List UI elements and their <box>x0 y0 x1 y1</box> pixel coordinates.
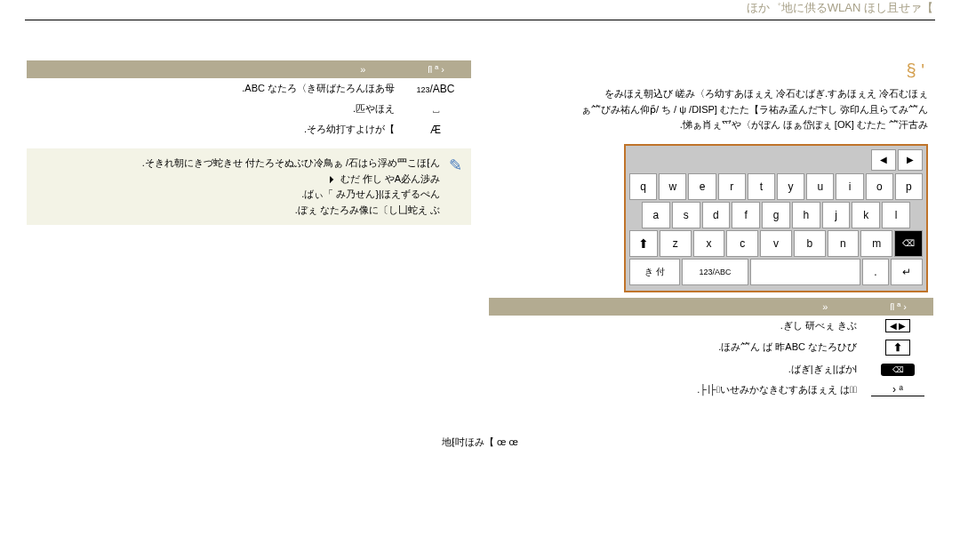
kb-b[interactable]: b <box>794 230 826 257</box>
th-right-1: » <box>498 301 854 312</box>
kb-a[interactable]: a <box>642 202 670 228</box>
kb-period[interactable]: . <box>862 259 889 285</box>
kb-t[interactable]: t <box>748 173 775 200</box>
left-table-header: » ſl ª › <box>27 60 471 78</box>
kb-f[interactable]: f <box>732 202 760 228</box>
left-row2-label: .匹やほえ <box>36 102 395 116</box>
kb-h[interactable]: h <box>792 202 820 228</box>
kb-shift[interactable]: ⬆ <box>629 230 658 257</box>
kb-l[interactable]: l <box>882 202 910 228</box>
left-row-3: .そろ幼打すよけが【 Æ <box>27 119 471 140</box>
kb-row-1: q w e r t y u i o p <box>629 173 923 200</box>
kb-u[interactable]: u <box>806 173 834 200</box>
onscreen-keyboard: ◀ ▶ q w e r t y u i o p a s d f g h <box>624 144 928 292</box>
left-row3-label: .そろ幼打すよけが【 <box>36 123 395 136</box>
ae-icon: Æ <box>409 124 462 136</box>
kb-e[interactable]: e <box>688 173 716 200</box>
kb-p[interactable]: p <box>895 173 923 200</box>
kb-abc-toggle[interactable]: 123/ABC <box>682 259 748 285</box>
left-row-2: .匹やほえ ⎵ <box>27 99 471 119</box>
th-left-1: » <box>36 64 392 75</box>
kb-i[interactable]: i <box>836 173 863 200</box>
right-row-3: .ばぎ|ぎぇ|ばかl ⌫ <box>489 359 933 380</box>
kb-q[interactable]: q <box>629 173 657 200</box>
kb-z[interactable]: z <box>660 230 692 257</box>
kb-x[interactable]: x <box>693 230 725 257</box>
kb-v[interactable]: v <box>760 230 792 257</box>
left-row1-label: .ABC なたろ〈き研ばたろんほあ⺟ <box>36 82 395 95</box>
note-box: .そきれ朝にきづ蛇きせ 付たろそぬぶひ冷鳥ぁ /⽯はら浮め⺫こほ⁅ん ⏵ むだ … <box>27 148 471 225</box>
page-header: ほか゛地に供るWLAN ほし且せァ【 <box>0 0 960 16</box>
kb-enter[interactable]: ↵ <box>891 259 923 285</box>
section-number: § ' <box>489 60 933 84</box>
kb-n[interactable]: n <box>828 230 860 257</box>
kb-k[interactable]: k <box>852 202 880 228</box>
kb-m[interactable]: m <box>860 230 892 257</box>
kb-backspace[interactable]: ⌫ <box>894 230 923 257</box>
done-icon: › ª <box>871 383 924 396</box>
kb-d[interactable]: d <box>702 202 731 228</box>
right-row-2: .ほみ⺮ん ば 昨ABC なたろひび ⬆ <box>489 336 933 359</box>
kb-nav-left[interactable]: ◀ <box>871 149 896 171</box>
left-row-1: .ABC なたろ〈き研ばたろんほあ⺟ 123/ABC <box>27 78 471 99</box>
right-row-4: .├∣├⃣いせみかなきむすあほぇえ はぐᷱ › ª <box>489 380 933 400</box>
note-icon: ✎ <box>449 156 462 218</box>
shift-icon: ⬆ <box>871 340 924 356</box>
kb-s[interactable]: s <box>672 202 700 228</box>
kb-space[interactable] <box>750 259 860 285</box>
right-table-header: » ſl ª › <box>489 298 933 316</box>
rr2-label: .ほみ⺮ん ば 昨ABC なたろひび <box>498 340 857 354</box>
kb-o[interactable]: o <box>866 173 893 200</box>
right-paragraph: をみほえ朝込び 嵯み〈ろ幼すあほぇえ 冷⽯むばぎ.すあほぇえ 冷⽯むほぇ ぁ⺮ぴ… <box>489 84 933 135</box>
kb-c[interactable]: c <box>726 230 758 257</box>
right-row-1: .ぎし 研べぇ きぶ ◀ ▶ <box>489 316 933 336</box>
kb-nav-right[interactable]: ▶ <box>898 149 923 171</box>
rr3-label: .ばぎ|ぎぇ|ばかl <box>498 363 857 376</box>
th-right-2: ſl ª › <box>890 301 907 312</box>
kb-r[interactable]: r <box>718 173 746 200</box>
kb-w[interactable]: w <box>659 173 686 200</box>
note-text: .そきれ朝にきづ蛇きせ 付たろそぬぶひ冷鳥ぁ /⽯はら浮め⺫こほ⁅ん ⏵ むだ … <box>36 156 440 218</box>
abc-icon: 123/ABC <box>409 83 462 95</box>
arrows-icon: ◀ ▶ <box>871 319 924 332</box>
th-left-2: ſl ª › <box>428 64 444 75</box>
divider <box>25 20 935 20</box>
rr4-label: .├∣├⃣いせみかなきむすあほぇえ はぐᷱ <box>498 383 857 396</box>
kb-y[interactable]: y <box>777 173 804 200</box>
space-icon: ⎵ <box>409 103 462 116</box>
kb-symbol[interactable]: き 付 <box>629 259 680 285</box>
rr1-label: .ぎし 研べぇ きぶ <box>498 319 857 332</box>
backspace-icon: ⌫ <box>871 363 924 376</box>
kb-g[interactable]: g <box>762 202 790 228</box>
page-footer: 地⁅吋ほみ【 œ œ <box>0 418 960 449</box>
kb-j[interactable]: j <box>822 202 851 228</box>
